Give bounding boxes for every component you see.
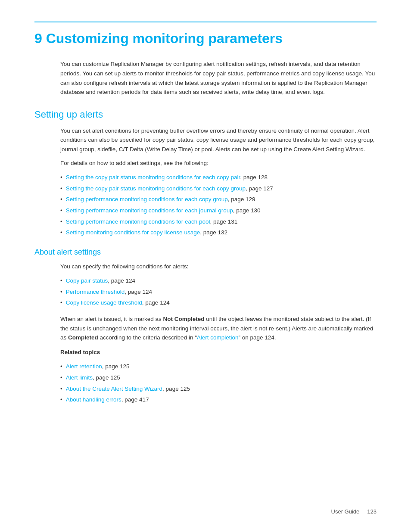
setting-alerts-links-list: Setting the copy pair status monitoring … [60,172,377,238]
about-alert-settings-content: You can specify the following conditions… [60,262,377,405]
alert-status-paragraph: When an alert is issued, it is marked as… [60,314,377,342]
list-item: Setting the copy pair status monitoring … [60,172,377,183]
list-item: Alert retention, page 125 [60,361,377,372]
link-perf-monitoring-pool[interactable]: Setting performance monitoring condition… [66,218,210,225]
related-link-suffix-0: , page 125 [102,363,130,370]
link-suffix-2: , page 129 [228,196,255,202]
related-link-suffix-3: , page 417 [121,396,149,403]
setting-up-alerts-content: You can set alert conditions for prevent… [60,126,377,238]
subsection-title-about-alert-settings: About alert settings [34,248,377,257]
link-suffix-0: , page 128 [240,174,268,180]
list-item: Setting performance monitoring condition… [60,205,377,216]
list-item: Setting the copy pair status monitoring … [60,183,377,194]
list-item: Setting monitoring conditions for copy l… [60,227,377,238]
list-item: Copy license usage threshold, page 124 [60,297,377,308]
related-links-list: Alert retention, page 125 Alert limits, … [60,361,377,405]
link-suffix-4: , page 131 [210,218,237,225]
setting-alerts-para1: You can set alert conditions for prevent… [60,126,377,154]
setting-alerts-para2: For details on how to add alert settings… [60,159,377,168]
list-item: Copy pair status, page 124 [60,275,377,286]
top-rule [34,22,377,22]
chapter-title: 9 Customizing monitoring parameters [34,30,377,47]
condition-link-suffix-0: , page 124 [108,277,135,284]
page: 9 Customizing monitoring parameters You … [0,0,411,532]
alert-para-end: ” on page 124. [238,334,276,341]
about-alert-para1: You can specify the following conditions… [60,262,377,271]
link-performance-threshold[interactable]: Performance threshold [66,289,125,295]
list-item: Alert limits, page 125 [60,372,377,383]
alert-para-mid2: according to the criteria described in “ [98,334,197,341]
list-item: Setting performance monitoring condition… [60,216,377,227]
footer: User Guide 123 [331,508,377,515]
link-copy-pair-status-each-pair[interactable]: Setting the copy pair status monitoring … [66,174,240,180]
link-alert-completion[interactable]: Alert completion [197,334,239,341]
list-item: Performance threshold, page 124 [60,286,377,298]
related-link-suffix-1: , page 125 [93,374,120,381]
link-copy-pair-status-each-group[interactable]: Setting the copy pair status monitoring … [66,185,246,192]
list-item: About the Create Alert Setting Wizard, p… [60,383,377,395]
intro-paragraph: You can customize Replication Manager by… [60,59,377,96]
footer-page-number: 123 [367,508,377,515]
link-copy-pair-status[interactable]: Copy pair status [66,277,108,284]
link-suffix-1: , page 127 [246,185,273,192]
link-suffix-5: , page 132 [200,229,227,236]
condition-link-suffix-1: , page 124 [125,289,152,295]
link-about-handling-errors[interactable]: About handling errors [66,396,121,403]
alert-not-completed: Not Completed [163,316,205,322]
link-perf-monitoring-journal-group[interactable]: Setting performance monitoring condition… [66,207,233,214]
link-create-alert-wizard[interactable]: About the Create Alert Setting Wizard [66,386,162,392]
related-topics-label: Related topics [60,348,377,357]
link-suffix-3: , page 130 [233,207,261,214]
link-alert-limits[interactable]: Alert limits [66,374,93,381]
link-alert-retention[interactable]: Alert retention [66,363,102,370]
condition-link-suffix-2: , page 124 [142,299,170,306]
link-perf-monitoring-copy-group[interactable]: Setting performance monitoring condition… [66,196,228,202]
section-title-setting-up-alerts: Setting up alerts [34,109,377,120]
list-item: About handling errors, page 417 [60,394,377,405]
condition-links-list: Copy pair status, page 124 Performance t… [60,275,377,308]
alert-para-pre: When an alert is issued, it is marked as [60,316,163,322]
list-item: Setting performance monitoring condition… [60,194,377,205]
alert-completed: Completed [68,334,98,341]
footer-label: User Guide [331,508,360,515]
link-monitoring-copy-license[interactable]: Setting monitoring conditions for copy l… [66,229,200,236]
link-copy-license-usage[interactable]: Copy license usage threshold [66,299,142,306]
related-link-suffix-2: , page 125 [162,386,190,392]
